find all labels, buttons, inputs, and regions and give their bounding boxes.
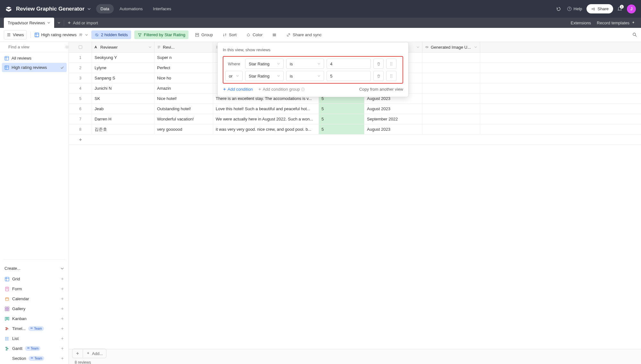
group-button[interactable]: Group	[192, 30, 216, 39]
sidebar-view-all-reviews[interactable]: All reviews	[2, 54, 67, 63]
find-view-input[interactable]	[8, 45, 62, 49]
add-record-button[interactable]	[72, 349, 83, 358]
current-view-name[interactable]: High rating reviews	[35, 32, 88, 37]
condition-operator-select[interactable]: is	[286, 59, 324, 69]
table-row[interactable]: 8김준호very gooooodit was very very good. n…	[69, 124, 641, 135]
cell-generated-image[interactable]	[422, 53, 480, 62]
table-row[interactable]: 6JeabOutstanding hotel!Love this hotel! …	[69, 104, 641, 114]
cell-review-title[interactable]: Super n	[154, 53, 213, 62]
column-reviewer[interactable]: A Reviewer	[92, 42, 154, 52]
notifications-button[interactable]: 1	[617, 6, 622, 12]
gear-icon[interactable]	[65, 45, 69, 49]
share-button[interactable]: Share	[587, 4, 613, 13]
plus-icon[interactable]	[61, 347, 64, 350]
add-condition-button[interactable]: Add condition	[223, 87, 253, 92]
plus-icon[interactable]	[61, 337, 64, 340]
cell-date-of-stay[interactable]: August 2023	[364, 104, 422, 114]
copy-from-view-button[interactable]: Copy from another view	[359, 87, 403, 92]
create-section-header[interactable]: Create...	[0, 263, 69, 273]
cell-reviewer[interactable]: Seokyung Y	[92, 53, 154, 62]
hidden-fields-button[interactable]: 2 hidden fields	[91, 30, 131, 39]
cell-generated-image[interactable]	[422, 124, 480, 134]
condition-operator-select[interactable]: is	[286, 71, 324, 81]
nav-interfaces[interactable]: Interfaces	[148, 4, 176, 13]
cell-review[interactable]: Love this hotel! Such a beautiful and pe…	[213, 104, 319, 114]
cell-generated-image[interactable]	[422, 114, 480, 124]
select-all-cell[interactable]	[69, 42, 92, 52]
column-generated-image[interactable]: Generated Image U...	[422, 42, 480, 52]
nav-data[interactable]: Data	[96, 4, 114, 13]
condition-value-input[interactable]: 4	[327, 59, 371, 69]
cell-review-title[interactable]: very goooood	[154, 124, 213, 134]
history-icon[interactable]	[556, 6, 561, 12]
cell-review-title[interactable]: Nice hotel!	[154, 94, 213, 103]
add-condition-group-button[interactable]: Add condition group ?	[258, 87, 305, 92]
cell-star-rating[interactable]: 5	[319, 124, 364, 134]
create-view-kanban[interactable]: Kanban	[3, 314, 65, 324]
chevron-down-icon[interactable]	[87, 7, 91, 11]
add-import-button[interactable]: Add or import	[64, 18, 101, 28]
drag-condition-handle[interactable]	[386, 71, 396, 81]
cell-reviewer[interactable]: Lylyne	[92, 63, 154, 73]
create-view-grid[interactable]: Grid	[3, 274, 65, 284]
plus-icon[interactable]	[61, 327, 64, 330]
create-view-gantt[interactable]: GanttTeam	[3, 343, 65, 353]
cell-star-rating[interactable]: 5	[319, 104, 364, 114]
plus-icon[interactable]	[61, 297, 64, 301]
create-view-section[interactable]: SectionTeam	[3, 353, 65, 363]
cell-review[interactable]: it was very very good. nice crew, and go…	[213, 124, 319, 134]
table-row[interactable]: 7Darren HWonderful vacation!We were actu…	[69, 114, 641, 124]
extensions-button[interactable]: Extensions	[571, 21, 591, 25]
add-row[interactable]	[69, 135, 641, 145]
record-templates-button[interactable]: Record templates	[597, 21, 635, 25]
chevron-down-icon[interactable]	[148, 46, 152, 49]
cell-generated-image[interactable]	[422, 104, 480, 114]
cell-star-rating[interactable]: 5	[319, 114, 364, 124]
delete-condition-button[interactable]	[373, 71, 384, 81]
avatar[interactable]: J	[627, 4, 636, 13]
plus-icon[interactable]	[61, 317, 64, 320]
filter-button[interactable]: Filtered by Star Rating	[134, 30, 188, 39]
condition-value-input[interactable]: 5	[327, 71, 371, 81]
cell-reviewer[interactable]: Junichi N	[92, 83, 154, 93]
cell-review[interactable]: We were actually here in August 2022. Su…	[213, 114, 319, 124]
cell-reviewer[interactable]: Darren H	[92, 114, 154, 124]
create-view-form[interactable]: Form	[3, 284, 65, 294]
cell-date-of-stay[interactable]: September 2022	[364, 114, 422, 124]
cell-reviewer[interactable]: SK	[92, 94, 154, 103]
cell-generated-image[interactable]	[422, 73, 480, 83]
cell-generated-image[interactable]	[422, 63, 480, 73]
nav-automations[interactable]: Automations	[115, 4, 147, 13]
tables-dropdown[interactable]	[54, 18, 64, 28]
condition-field-select[interactable]: Star Rating	[245, 71, 284, 81]
cell-reviewer[interactable]: Jeab	[92, 104, 154, 114]
column-review-title[interactable]: Revi...	[154, 42, 213, 52]
create-view-timel[interactable]: Timel...Team	[3, 324, 65, 334]
cell-review-title[interactable]: Outstanding hotel!	[154, 104, 213, 114]
create-view-list[interactable]: List	[3, 334, 65, 343]
app-title[interactable]: Review Graphic Generator	[16, 6, 85, 12]
cell-date-of-stay[interactable]: August 2023	[364, 124, 422, 134]
chevron-down-icon[interactable]	[474, 46, 477, 49]
cell-reviewer[interactable]: Sanpang S	[92, 73, 154, 83]
cell-review-title[interactable]: Perfect	[154, 63, 213, 73]
help-button[interactable]: ? Help	[567, 6, 582, 11]
condition-conj-select[interactable]: or	[225, 71, 243, 81]
cell-generated-image[interactable]	[422, 83, 480, 93]
drag-condition-handle[interactable]	[386, 59, 396, 69]
share-sync-button[interactable]: Share and sync	[283, 30, 325, 39]
create-view-gallery[interactable]: Gallery	[3, 304, 65, 314]
condition-field-select[interactable]: Star Rating	[245, 59, 284, 69]
plus-icon[interactable]	[61, 357, 64, 360]
row-height-button[interactable]	[269, 31, 280, 39]
cell-review-title[interactable]: Amazin	[154, 83, 213, 93]
color-button[interactable]: Color	[243, 30, 266, 39]
sort-button[interactable]: Sort	[219, 30, 240, 39]
plus-icon[interactable]	[61, 307, 64, 310]
plus-icon[interactable]	[61, 287, 64, 291]
delete-condition-button[interactable]	[373, 59, 384, 69]
sidebar-view-high-rating[interactable]: High rating reviews	[2, 63, 67, 72]
plus-icon[interactable]	[61, 277, 64, 281]
chevron-down-icon[interactable]	[416, 46, 420, 49]
views-button[interactable]: Views	[4, 30, 27, 39]
